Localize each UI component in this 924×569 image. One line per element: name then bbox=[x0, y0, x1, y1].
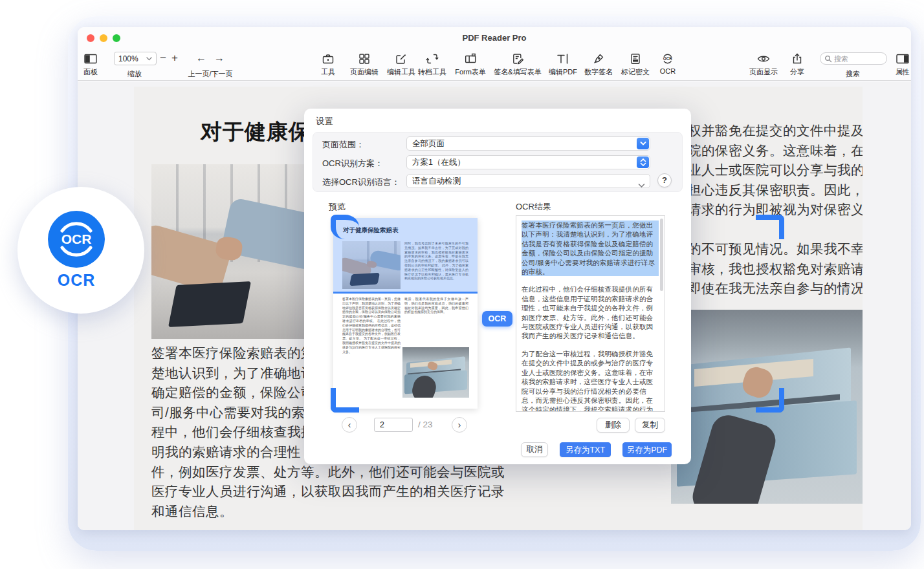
zoom-select[interactable]: 100% bbox=[114, 52, 157, 65]
chevron-down-icon bbox=[146, 57, 152, 61]
thumbnail-text: 最后，我谨代表我的受保子女做出这一声明，他们也是我的家庭成员，他们的健康和福祉对… bbox=[404, 297, 468, 345]
form-button[interactable]: Form表单 bbox=[455, 51, 486, 77]
page-range-select[interactable]: 全部页面 bbox=[406, 136, 650, 151]
selection-bracket-top-left[interactable] bbox=[331, 215, 359, 239]
properties-panel-icon bbox=[896, 51, 910, 67]
toolbar: 面板 100% 缩放 − + ← → 上一页/下一页 工具 页面编辑 bbox=[78, 48, 911, 81]
sign-fill-form-button[interactable]: 签名&填写表单 bbox=[494, 51, 541, 77]
digital-sign-button[interactable]: 数字签名 bbox=[584, 51, 613, 77]
pencil-square-icon bbox=[387, 51, 415, 67]
redact-button[interactable]: 标记密文 bbox=[621, 51, 650, 77]
eye-icon bbox=[749, 51, 778, 67]
ocr-paragraph: 在此过程中，他们会仔细核查我提供的所有信息，这些信息用于证明我的索赔请求的合理性… bbox=[522, 284, 659, 340]
selection-bracket-bottom-right[interactable] bbox=[756, 388, 784, 413]
next-page-button[interactable]: → bbox=[214, 52, 225, 64]
cancel-button[interactable]: 取消 bbox=[521, 442, 548, 457]
zoom-out-button[interactable]: − bbox=[158, 52, 168, 65]
ocr-toolbar-button[interactable]: OCR OCR bbox=[660, 51, 676, 75]
svg-text:OCR: OCR bbox=[663, 56, 673, 61]
results-scrollbar[interactable] bbox=[660, 219, 663, 291]
stepper-icon bbox=[637, 156, 649, 168]
page-total-label: / 23 bbox=[418, 420, 433, 429]
dialog-title: 设置 bbox=[316, 116, 333, 127]
pen-nib-icon bbox=[584, 51, 613, 67]
chevron-down-icon bbox=[637, 138, 649, 149]
chevron-down-icon bbox=[638, 179, 645, 192]
page-number-input[interactable]: 2 bbox=[374, 418, 413, 432]
document-right-text-1: 权并豁免在提交的文件中提及 院的保密义务。这意味着，在 业人士或医院可以分享与我… bbox=[688, 121, 863, 220]
convert-arrows-icon bbox=[418, 51, 446, 67]
share-icon bbox=[790, 51, 804, 67]
zoom-in-button[interactable]: + bbox=[170, 52, 180, 65]
copy-button[interactable]: 复制 bbox=[635, 418, 665, 433]
redacted-document-icon bbox=[621, 51, 650, 67]
prev-next-label: 上一页/下一页 bbox=[188, 69, 232, 79]
preview-label: 预览 bbox=[329, 201, 346, 213]
ocr-paragraph: 为了配合这一审核过程，我明确授权并豁免在提交的文件中提及的或参与治疗的医疗专业人… bbox=[522, 349, 659, 412]
ocr-language-select[interactable]: 语言自动检测 bbox=[406, 174, 650, 188]
ocr-badge-icon: OCR bbox=[48, 211, 105, 268]
share-button[interactable]: 分享 bbox=[790, 51, 804, 77]
previous-page-button[interactable]: ← bbox=[196, 52, 206, 64]
convert-tools-button[interactable]: 转档工具 bbox=[418, 51, 446, 77]
preview-thumbnail: 对于健康保险索赔表 同时，我也考虑到了未来可能发生的不可预见情况。如果我不幸去世… bbox=[333, 218, 478, 409]
panel-button[interactable]: 面板 bbox=[83, 51, 98, 77]
search-input[interactable] bbox=[834, 55, 873, 63]
save-as-pdf-button[interactable]: 另存为PDF bbox=[622, 442, 672, 457]
window-title: PDF Reader Pro bbox=[78, 33, 911, 43]
document-right-text-2: 的不可预见情况。如果我不幸 审核，我也授权豁免对索赔请 即使在我无法亲自参与的情… bbox=[688, 239, 863, 299]
ocr-plan-select[interactable]: 方案1（在线） bbox=[406, 155, 650, 169]
edit-pdf-button[interactable]: 编辑PDF bbox=[549, 51, 577, 77]
text-cursor-icon bbox=[549, 51, 577, 67]
ocr-result-textarea[interactable]: 签署本医疗保险索赔表的第一页后，您做出以下声明：我清楚地认识到，为了准确地评估我… bbox=[516, 215, 665, 412]
briefcase-icon bbox=[321, 51, 335, 67]
document-pen-icon bbox=[494, 51, 541, 67]
delete-button[interactable]: 删除 bbox=[597, 418, 630, 433]
search-label: 搜索 bbox=[846, 69, 860, 79]
grid-icon bbox=[350, 51, 379, 67]
run-ocr-button[interactable]: OCR bbox=[482, 311, 512, 327]
handshake-photo bbox=[151, 164, 305, 339]
page-edit-button[interactable]: 页面编辑 bbox=[350, 51, 379, 77]
ocr-language-label: 选择OCR识别语言： bbox=[322, 177, 400, 188]
search-field[interactable] bbox=[820, 52, 887, 65]
ocr-plan-label: OCR识别方案： bbox=[322, 158, 383, 169]
tools-button[interactable]: 工具 bbox=[321, 51, 335, 77]
ocr-result-label: OCR结果 bbox=[516, 201, 551, 213]
svg-text:OCR: OCR bbox=[61, 231, 92, 246]
form-icon bbox=[455, 51, 486, 67]
help-button[interactable]: ? bbox=[657, 173, 672, 188]
ocr-icon: OCR bbox=[660, 51, 676, 67]
page-display-button[interactable]: 页面显示 bbox=[749, 51, 778, 77]
ocr-feature-badge: OCR OCR bbox=[17, 187, 144, 314]
ocr-settings-dialog: 设置 页面范围： 全部页面 OCR识别方案： 方案1（在线） 选择OCR识别语言… bbox=[304, 109, 691, 464]
panel-icon bbox=[83, 51, 98, 67]
page-range-label: 页面范围： bbox=[322, 139, 364, 151]
preview-prev-page-button[interactable]: ‹ bbox=[342, 417, 357, 433]
search-icon bbox=[824, 55, 832, 63]
selection-bracket-top-right[interactable] bbox=[756, 215, 784, 239]
titlebar: PDF Reader Pro bbox=[78, 27, 911, 48]
ocr-badge-label: OCR bbox=[48, 271, 105, 290]
selection-bracket-bottom-left[interactable] bbox=[331, 388, 359, 413]
edit-tools-button[interactable]: 编辑工具 bbox=[387, 51, 415, 77]
preview-next-page-button[interactable]: › bbox=[452, 417, 467, 433]
save-as-txt-button[interactable]: 另存为TXT bbox=[560, 442, 611, 457]
ocr-paragraph-highlighted: 签署本医疗保险索赔表的第一页后，您做出以下声明：我清楚地认识到，为了准确地评估我… bbox=[522, 220, 659, 276]
properties-button[interactable]: 属性 bbox=[896, 51, 910, 77]
thumbnail-folders-photo bbox=[402, 347, 469, 398]
zoom-label: 缩放 bbox=[127, 69, 142, 79]
